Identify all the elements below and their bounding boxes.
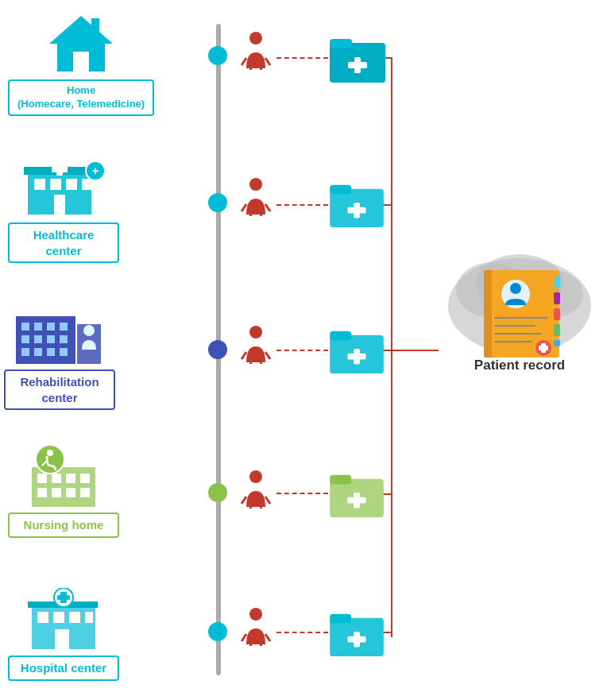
dot-hospital [208, 622, 227, 641]
svg-rect-58 [37, 474, 47, 483]
svg-point-69 [249, 470, 262, 483]
svg-rect-40 [47, 335, 55, 343]
dot-home [208, 46, 227, 65]
care-site-rehab: Rehabilitationcenter [4, 298, 115, 410]
svg-text:+: + [92, 164, 99, 177]
diagram-container: Home(Homecare, Telemedicine) [0, 0, 607, 700]
svg-line-25 [242, 204, 246, 211]
svg-rect-2 [91, 18, 99, 33]
svg-rect-103 [554, 277, 560, 288]
red-hline-to-record [391, 350, 439, 351]
svg-rect-94 [330, 614, 351, 624]
svg-line-52 [261, 362, 264, 364]
svg-rect-12 [348, 62, 367, 68]
svg-rect-60 [66, 474, 75, 483]
svg-point-66 [36, 445, 64, 474]
svg-line-89 [242, 634, 246, 641]
svg-line-73 [261, 507, 264, 509]
rehab-label: Rehabilitationcenter [4, 369, 115, 410]
svg-point-24 [249, 178, 262, 191]
folder-hospital [330, 610, 384, 656]
care-site-healthcare: + Healthcarecenter [8, 151, 119, 263]
hospital-icon [16, 584, 111, 656]
svg-rect-75 [330, 475, 351, 485]
svg-rect-82 [57, 595, 70, 600]
red-hline-2 [383, 204, 392, 206]
svg-rect-32 [347, 207, 365, 214]
patient-record-label: Patient record [474, 358, 565, 373]
svg-line-90 [265, 634, 270, 641]
cloud-icon [440, 238, 599, 365]
dot-nursing [208, 483, 227, 502]
svg-line-28 [261, 215, 264, 216]
svg-point-48 [249, 326, 262, 338]
dot-rehab [208, 340, 227, 359]
svg-rect-102 [484, 270, 492, 358]
svg-rect-19 [66, 179, 77, 190]
svg-point-88 [249, 608, 262, 621]
rehab-icon [12, 298, 107, 369]
svg-line-49 [242, 352, 246, 359]
svg-rect-61 [80, 474, 90, 483]
svg-rect-96 [347, 636, 365, 643]
svg-line-5 [265, 58, 270, 65]
patient-record-section: Patient record [440, 238, 599, 373]
red-hline-5 [383, 632, 392, 633]
svg-line-4 [242, 58, 246, 65]
home-icon [33, 8, 129, 79]
svg-rect-87 [55, 629, 69, 649]
svg-rect-10 [330, 39, 352, 48]
svg-rect-65 [80, 488, 90, 497]
svg-rect-38 [21, 335, 29, 343]
svg-rect-83 [37, 612, 48, 623]
svg-rect-35 [34, 323, 42, 331]
svg-rect-56 [347, 354, 365, 360]
svg-rect-43 [34, 348, 42, 356]
person-nursing [240, 469, 272, 509]
svg-rect-21 [54, 195, 65, 215]
svg-rect-116 [539, 346, 548, 350]
svg-rect-54 [330, 331, 351, 341]
folder-nursing [330, 471, 384, 517]
svg-line-91 [248, 644, 251, 646]
healthcare-label: Healthcarecenter [8, 222, 119, 263]
svg-rect-37 [60, 323, 68, 331]
hline-healthcare [276, 204, 328, 206]
svg-rect-20 [82, 179, 93, 190]
person-home [240, 30, 272, 70]
hline-home [276, 57, 328, 59]
svg-line-71 [265, 497, 270, 504]
svg-rect-105 [554, 308, 560, 320]
svg-rect-41 [60, 335, 68, 343]
svg-line-92 [261, 644, 264, 646]
home-label: Home(Homecare, Telemedicine) [8, 79, 154, 116]
svg-rect-57 [32, 467, 95, 507]
svg-line-50 [265, 352, 270, 359]
svg-rect-106 [554, 324, 560, 336]
healthcare-icon: + [16, 151, 111, 222]
dot-healthcare [208, 193, 227, 212]
svg-line-7 [261, 68, 264, 70]
svg-rect-45 [60, 348, 68, 356]
svg-line-26 [265, 204, 270, 211]
person-healthcare [240, 176, 272, 216]
svg-rect-39 [34, 335, 42, 343]
svg-rect-85 [69, 612, 80, 623]
svg-rect-84 [53, 612, 64, 623]
svg-point-109 [510, 283, 521, 294]
svg-rect-17 [34, 179, 45, 190]
care-site-nursing: Nursing home [8, 441, 119, 538]
svg-rect-16 [52, 166, 68, 172]
person-hospital [240, 606, 272, 646]
folder-healthcare [330, 181, 384, 227]
svg-line-6 [248, 68, 251, 70]
hospital-label: Hospital center [8, 656, 119, 681]
hline-rehab [276, 350, 328, 351]
nursing-icon [16, 441, 111, 512]
svg-rect-30 [330, 185, 351, 195]
svg-point-3 [249, 32, 262, 44]
svg-rect-44 [47, 348, 55, 356]
folder-rehab [330, 327, 384, 373]
folder-home [330, 35, 385, 83]
svg-rect-1 [73, 52, 89, 72]
